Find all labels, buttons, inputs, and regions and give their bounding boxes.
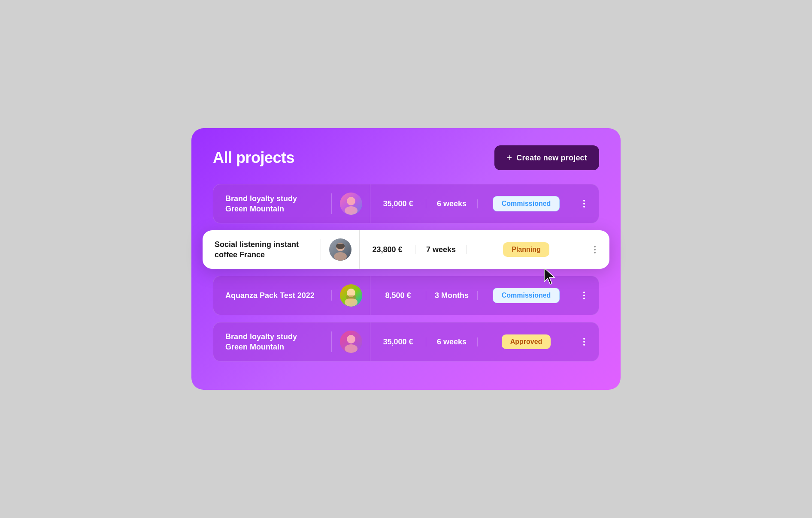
avatar-cell: [332, 276, 370, 315]
status-cell: Commissioned: [478, 288, 575, 303]
table-row[interactable]: Aquanza Pack Test 2022 8,500 € 3 Months …: [213, 276, 599, 315]
status-cell: Approved: [478, 334, 575, 349]
create-new-project-button[interactable]: + Create new project: [494, 145, 599, 170]
project-amount: 8,500 €: [370, 291, 426, 300]
status-badge: Commissioned: [493, 196, 560, 211]
avatar-cell: [332, 184, 370, 223]
dots-icon: [583, 200, 585, 208]
projects-list: Brand loyalty studyGreen Mountain 35,000…: [213, 184, 599, 368]
header: All projects + Create new project: [213, 145, 599, 170]
svg-point-2: [340, 193, 362, 215]
dots-icon: [583, 292, 585, 299]
table-row[interactable]: Brand loyalty studyGreen Mountain 35,000…: [213, 322, 599, 361]
more-options-button[interactable]: [576, 288, 592, 303]
more-options-button[interactable]: [576, 196, 592, 211]
more-options-button[interactable]: [576, 334, 592, 349]
avatar-cell: [321, 230, 360, 269]
avatar: [340, 284, 362, 307]
project-name: Brand loyalty studyGreen Mountain: [220, 331, 332, 352]
svg-point-12: [340, 331, 362, 353]
project-amount: 35,000 €: [370, 337, 426, 346]
avatar-cell: [332, 322, 370, 361]
dots-icon: [594, 246, 596, 253]
svg-rect-5: [336, 244, 345, 249]
plus-icon: +: [506, 152, 512, 163]
project-duration: 7 weeks: [415, 245, 467, 254]
status-cell: Commissioned: [478, 196, 575, 211]
avatar: [329, 238, 351, 261]
page-title: All projects: [213, 149, 294, 167]
project-name: Social listening instantcoffee France: [209, 239, 321, 260]
project-amount: 23,800 €: [360, 245, 415, 254]
project-duration: 3 Months: [426, 291, 478, 300]
avatar: [340, 193, 362, 215]
table-row[interactable]: Brand loyalty studyGreen Mountain 35,000…: [213, 184, 599, 223]
main-panel: All projects + Create new project Brand …: [191, 128, 621, 390]
more-options-button[interactable]: [587, 242, 603, 257]
project-name: Aquanza Pack Test 2022: [220, 290, 332, 301]
status-badge: Planning: [503, 242, 549, 257]
project-name: Brand loyalty studyGreen Mountain: [220, 193, 332, 214]
create-button-label: Create new project: [516, 154, 587, 163]
svg-point-4: [334, 252, 347, 261]
project-duration: 6 weeks: [426, 199, 478, 208]
status-badge: Commissioned: [493, 288, 560, 303]
svg-rect-9: [346, 295, 356, 299]
project-amount: 35,000 €: [370, 199, 426, 208]
svg-point-8: [345, 298, 358, 307]
status-badge: Approved: [502, 334, 551, 349]
project-duration: 6 weeks: [426, 337, 478, 346]
dots-icon: [583, 338, 585, 346]
avatar: [340, 331, 362, 353]
table-row[interactable]: Social listening instantcoffee France 23…: [203, 230, 609, 269]
status-cell: Planning: [467, 242, 585, 257]
